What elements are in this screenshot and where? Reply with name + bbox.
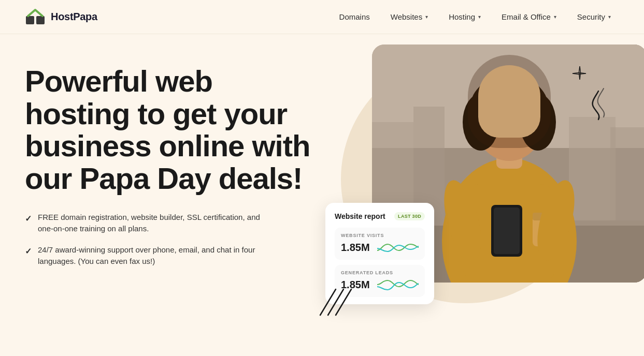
- brand-name: HostPapa: [51, 11, 97, 23]
- svg-rect-0: [26, 16, 34, 24]
- metric-visits-row: 1.85M: [341, 240, 419, 255]
- svg-line-24: [320, 289, 336, 315]
- svg-line-26: [336, 289, 351, 315]
- metric-visits-label: WEBSITE VISITS: [341, 233, 419, 238]
- metric-leads-label: GENERATED LEADS: [341, 270, 419, 275]
- main-nav: HostPapa DomainsWebsites▾Hosting▾Email &…: [0, 0, 644, 34]
- logo-link[interactable]: HostPapa: [25, 7, 97, 27]
- bullet-list: ✓FREE domain registration, website build…: [25, 212, 315, 268]
- nav-link-security[interactable]: Security▾: [569, 8, 619, 25]
- sparkle-decoration: [571, 65, 588, 84]
- bullet-item-1: ✓24/7 award-winning support over phone, …: [25, 244, 263, 268]
- checkmark-icon: ✓: [25, 245, 32, 258]
- hero-section: Powerful web hosting to get your busines…: [0, 34, 644, 356]
- chevron-security-icon: ▾: [608, 14, 611, 20]
- nav-link-hosting[interactable]: Hosting▾: [440, 8, 489, 25]
- hero-right: Website report LAST 30D WEBSITE VISITS 1…: [315, 44, 619, 356]
- nav-links: DomainsWebsites▾Hosting▾Email & Office▾S…: [331, 8, 619, 25]
- report-badge: LAST 30D: [394, 212, 425, 220]
- svg-point-12: [476, 88, 543, 161]
- nav-link-websites[interactable]: Websites▾: [382, 8, 436, 25]
- bullet-text-1: 24/7 award-winning support over phone, e…: [38, 244, 263, 268]
- svg-rect-7: [610, 127, 644, 220]
- hero-left: Powerful web hosting to get your busines…: [25, 55, 315, 356]
- svg-rect-19: [494, 207, 520, 254]
- metric-visits-value: 1.85M: [341, 242, 370, 254]
- logo-icon: [25, 7, 46, 27]
- svg-rect-6: [569, 117, 616, 220]
- lines-decoration: [315, 287, 356, 325]
- metric-visits-chart: [377, 240, 419, 255]
- bullet-text-0: FREE domain registration, website builde…: [38, 212, 263, 235]
- svg-point-13: [470, 76, 548, 138]
- checkmark-icon: ✓: [25, 213, 32, 225]
- squiggle-decoration: [567, 86, 609, 124]
- chevron-email-office-icon: ▾: [554, 14, 556, 20]
- hero-title: Powerful web hosting to get your busines…: [25, 65, 315, 195]
- report-header: Website report LAST 30D: [335, 212, 425, 220]
- nav-link-email-office[interactable]: Email & Office▾: [493, 8, 565, 25]
- svg-line-25: [328, 289, 344, 315]
- svg-point-17: [510, 120, 519, 129]
- svg-rect-1: [36, 16, 45, 24]
- chevron-websites-icon: ▾: [425, 14, 428, 20]
- svg-point-16: [500, 120, 508, 129]
- nav-link-domains[interactable]: Domains: [331, 8, 378, 25]
- svg-point-15: [520, 94, 556, 151]
- metric-leads-chart: [377, 277, 419, 292]
- svg-point-14: [463, 94, 499, 151]
- chevron-hosting-icon: ▾: [478, 14, 481, 20]
- report-title: Website report: [335, 212, 385, 220]
- metric-visits: WEBSITE VISITS 1.85M: [335, 228, 425, 260]
- bullet-item-0: ✓FREE domain registration, website build…: [25, 212, 263, 235]
